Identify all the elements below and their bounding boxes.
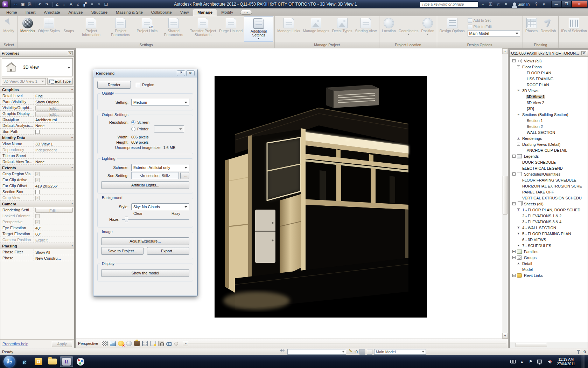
haze-slider[interactable] xyxy=(122,216,189,223)
property-value[interactable]: Show Original xyxy=(34,99,74,104)
tab-analyze[interactable]: Analyze xyxy=(64,9,87,16)
ribbon-state-toggle[interactable]: ◦▾ xyxy=(240,10,252,15)
property-value[interactable]: 68" xyxy=(34,231,74,237)
property-value[interactable]: None xyxy=(34,159,74,164)
tree-item-6-3d-views[interactable]: 6 - 3D VIEWS xyxy=(511,237,588,243)
close-hidden-windows-icon[interactable]: × xyxy=(96,1,102,7)
tree-item-families[interactable]: +Families xyxy=(511,248,588,254)
property-value[interactable]: 48" xyxy=(34,225,74,231)
save-icon[interactable]: ▣ xyxy=(20,1,26,7)
explorer-icon[interactable] xyxy=(46,356,59,367)
position-button[interactable]: Position xyxy=(420,16,435,42)
vertical-scrollbar[interactable]: ▲ ▼ xyxy=(502,48,508,339)
collapse-icon[interactable]: – xyxy=(517,143,520,146)
action-center-flag-icon[interactable]: ⚑ xyxy=(528,359,533,364)
visual-style-icon[interactable] xyxy=(110,341,116,346)
perspective-checkbox[interactable] xyxy=(35,220,40,224)
snaps-button[interactable]: Snaps xyxy=(61,16,76,42)
show-the-model-button[interactable]: Show the model xyxy=(101,269,189,277)
minimize-button[interactable]: — xyxy=(551,1,561,8)
section-header-phasing[interactable]: Phasing« xyxy=(0,243,74,249)
browser-horizontal-scrollbar[interactable] xyxy=(510,342,588,348)
tree-item-door-schedule[interactable]: DOOR SCHEDULE xyxy=(511,159,588,165)
far-clip-active-checkbox[interactable] xyxy=(35,178,40,182)
tree-item-revit-links[interactable]: +Revit Links xyxy=(511,272,588,278)
dimension-icon[interactable]: ↔ xyxy=(61,1,67,7)
region-checkbox-row[interactable]: Region xyxy=(136,83,154,87)
default-3d-view-icon[interactable]: ⌂ xyxy=(75,1,81,7)
section-header-identity-data[interactable]: Identity Data« xyxy=(0,135,74,141)
expand-icon[interactable]: + xyxy=(517,262,520,265)
binoculars-icon[interactable]: ⌕ xyxy=(480,1,486,7)
property-value[interactable]: 419 203/256" xyxy=(34,183,74,189)
tray-expand-icon[interactable]: ▲ xyxy=(519,359,525,364)
collapse-icon[interactable]: – xyxy=(512,256,516,259)
tree-item-3d[interactable]: {3D} xyxy=(511,105,588,111)
transfer-project-standards-button[interactable]: Transfer Project Standards xyxy=(188,16,218,42)
decal-types-button[interactable]: Decal Types xyxy=(331,16,354,42)
adjust-exposure-button[interactable]: Adjust Exposure... xyxy=(101,237,189,245)
communication-icon[interactable]: ✕ xyxy=(503,1,509,7)
property-value[interactable] xyxy=(34,177,74,183)
expand-icon[interactable]: + xyxy=(512,250,516,253)
restore-button[interactable]: ❐ xyxy=(561,1,572,8)
filter-icon[interactable] xyxy=(576,349,581,354)
property-value[interactable] xyxy=(34,195,74,200)
collapse-icon[interactable]: – xyxy=(512,202,516,205)
favorites-icon[interactable]: ☆ xyxy=(495,1,502,7)
measure-icon[interactable]: ∠ xyxy=(54,1,60,7)
property-value[interactable] xyxy=(34,189,74,195)
keyword-search-input[interactable] xyxy=(420,1,478,7)
editable-only-icon[interactable] xyxy=(348,349,353,354)
properties-help-link[interactable]: Properties help xyxy=(2,342,28,346)
collapse-icon[interactable]: – xyxy=(517,89,520,92)
expand-icon[interactable]: + xyxy=(517,137,520,140)
section-header-camera[interactable]: Camera« xyxy=(0,201,74,207)
region-checkbox[interactable] xyxy=(136,83,140,87)
browser-scroll-thumb[interactable] xyxy=(516,343,547,347)
tree-item-3-elevations-3-4[interactable]: 3 - ELEVATIONS 3 & 4 xyxy=(511,219,588,225)
dialog-help-icon[interactable]: ? xyxy=(177,70,185,76)
tab-insert[interactable]: Insert xyxy=(21,9,40,16)
project-information-button[interactable]: Project Information xyxy=(76,16,106,42)
collapse-icon[interactable]: – xyxy=(512,59,516,62)
tree-item-floor-plans[interactable]: –Floor Plans xyxy=(511,64,588,70)
background-style-select[interactable]: Sky: No Clouds xyxy=(131,203,189,210)
apply-button[interactable]: Apply xyxy=(52,341,72,347)
vertical-scroll-thumb[interactable] xyxy=(503,176,507,214)
artificial-lights-button[interactable]: Artificial Lights... xyxy=(101,181,189,189)
close-button[interactable]: ✕ xyxy=(572,1,587,8)
keyboard-icon[interactable] xyxy=(510,359,516,364)
sun-setting-value[interactable]: <In-session, Still> xyxy=(131,172,178,179)
rendering-dialog-titlebar[interactable]: Rendering ? ✕ xyxy=(93,69,197,77)
tab-modify[interactable]: Modify xyxy=(217,9,237,16)
network-icon[interactable] xyxy=(537,359,542,364)
visibility-graphi-edit-button[interactable]: Edit... xyxy=(35,105,73,110)
revit-icon[interactable]: R xyxy=(60,356,73,367)
instance-combo[interactable]: 3D View: 3D View 1 xyxy=(2,78,46,85)
rendering-setti-edit-button[interactable]: Edit... xyxy=(35,208,73,213)
taskbar-clock[interactable]: 11:19 AM 27/04/2011 xyxy=(554,357,578,366)
tree-item-detail[interactable]: +Detail xyxy=(511,260,588,266)
tree-item-roof-plan[interactable]: ROOF PLAN xyxy=(511,82,588,88)
property-value[interactable] xyxy=(34,171,74,177)
render-button[interactable]: Render xyxy=(97,81,131,89)
expand-icon[interactable]: + xyxy=(517,226,520,229)
screen-radio[interactable] xyxy=(131,120,135,124)
section-box-checkbox[interactable] xyxy=(35,190,40,194)
section-header-graphics[interactable]: Graphics« xyxy=(0,87,74,93)
property-value[interactable] xyxy=(34,129,74,134)
crop-visibility-icon[interactable] xyxy=(150,341,156,346)
tree-item-wall-section[interactable]: WALL SECTION xyxy=(511,129,588,135)
starting-view-button[interactable]: Starting View xyxy=(354,16,378,42)
switch-windows-icon[interactable]: ❏ xyxy=(103,1,109,7)
location-button[interactable]: Location xyxy=(380,16,397,42)
shadows-icon[interactable] xyxy=(126,341,132,346)
redo-icon[interactable]: ↷ xyxy=(44,1,50,7)
subscription-icon[interactable]: ⚿ xyxy=(488,1,494,7)
coordinates-button[interactable]: Coordinates xyxy=(397,16,420,42)
project-parameters-button[interactable]: Project Parameters xyxy=(106,16,135,42)
drawing-area[interactable]: Rendering ? ✕ Render Region xyxy=(76,48,508,348)
volume-muted-icon[interactable] xyxy=(545,359,551,364)
open-icon[interactable]: ▱ xyxy=(13,1,19,7)
